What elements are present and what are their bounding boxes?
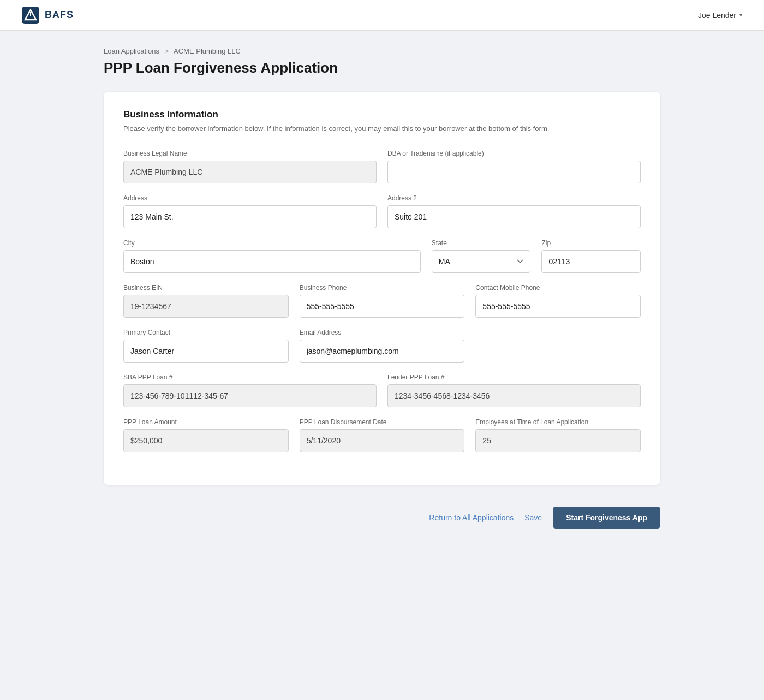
logo-text: BAFS (45, 9, 74, 21)
input-zip[interactable] (541, 250, 641, 273)
form-row-1: Business Legal Name DBA or Tradename (if… (123, 150, 641, 183)
input-email[interactable] (300, 340, 465, 363)
input-city[interactable] (123, 250, 421, 273)
field-address: Address (123, 194, 377, 228)
label-business-legal-name: Business Legal Name (123, 150, 377, 157)
input-contact-mobile[interactable] (475, 295, 641, 318)
field-sba-ppp-loan: SBA PPP Loan # (123, 373, 377, 407)
field-lender-ppp-loan: Lender PPP Loan # (387, 373, 641, 407)
field-zip: Zip (541, 239, 641, 273)
select-state[interactable]: MA (432, 250, 531, 273)
section-title: Business Information (123, 109, 641, 120)
field-email: Email Address (300, 329, 465, 363)
label-sba-ppp-loan: SBA PPP Loan # (123, 373, 377, 381)
label-email: Email Address (300, 329, 465, 336)
label-ein: Business EIN (123, 284, 289, 292)
footer-actions: Return to All Applications Save Start Fo… (104, 501, 660, 539)
input-business-legal-name[interactable] (123, 161, 377, 183)
label-disbursement-date: PPP Loan Disbursement Date (300, 418, 465, 426)
user-name: Joe Lender (698, 11, 736, 20)
form-row-3: City State MA Zip (123, 239, 641, 273)
field-disbursement-date: PPP Loan Disbursement Date (300, 418, 465, 452)
form-row-4: Business EIN Business Phone Contact Mobi… (123, 284, 641, 318)
form-row-5: Primary Contact Email Address (123, 329, 641, 363)
breadcrumb: Loan Applications > ACME Plumbing LLC (104, 47, 660, 55)
header: BAFS Joe Lender ▾ (0, 0, 764, 31)
input-lender-ppp-loan[interactable] (387, 384, 641, 407)
save-button[interactable]: Save (524, 513, 542, 522)
field-primary-contact: Primary Contact (123, 329, 289, 363)
breadcrumb-link-applications[interactable]: Loan Applications (104, 47, 159, 55)
label-city: City (123, 239, 421, 247)
field-business-legal-name: Business Legal Name (123, 150, 377, 183)
field-address2: Address 2 (387, 194, 641, 228)
user-menu[interactable]: Joe Lender ▾ (698, 11, 742, 20)
label-employees: Employees at Time of Loan Application (475, 418, 641, 426)
section-description: Please verify the borrower information b… (123, 123, 641, 134)
input-business-phone[interactable] (300, 295, 465, 318)
input-address[interactable] (123, 205, 377, 228)
breadcrumb-separator: > (165, 47, 169, 55)
input-disbursement-date[interactable] (300, 429, 465, 452)
start-forgiveness-button[interactable]: Start Forgiveness App (553, 507, 660, 529)
field-contact-mobile: Contact Mobile Phone (475, 284, 641, 318)
field-ein: Business EIN (123, 284, 289, 318)
input-ppp-loan-amount[interactable] (123, 429, 289, 452)
field-ppp-loan-amount: PPP Loan Amount (123, 418, 289, 452)
form-row-2: Address Address 2 (123, 194, 641, 228)
label-address: Address (123, 194, 377, 202)
form-row-6: SBA PPP Loan # Lender PPP Loan # (123, 373, 641, 407)
field-business-phone: Business Phone (300, 284, 465, 318)
input-employees[interactable] (475, 429, 641, 452)
field-employees: Employees at Time of Loan Application (475, 418, 641, 452)
label-ppp-loan-amount: PPP Loan Amount (123, 418, 289, 426)
form-row-7: PPP Loan Amount PPP Loan Disbursement Da… (123, 418, 641, 452)
label-lender-ppp-loan: Lender PPP Loan # (387, 373, 641, 381)
label-zip: Zip (541, 239, 641, 247)
business-info-card: Business Information Please verify the b… (104, 92, 660, 485)
logo-icon (22, 7, 39, 24)
input-dba[interactable] (387, 161, 641, 183)
input-address2[interactable] (387, 205, 641, 228)
label-primary-contact: Primary Contact (123, 329, 289, 336)
chevron-down-icon: ▾ (739, 12, 742, 18)
label-address2: Address 2 (387, 194, 641, 202)
field-state: State MA (432, 239, 531, 273)
label-contact-mobile: Contact Mobile Phone (475, 284, 641, 292)
page-title: PPP Loan Forgiveness Application (104, 60, 660, 76)
logo-area: BAFS (22, 7, 74, 24)
label-state: State (432, 239, 531, 247)
breadcrumb-current: ACME Plumbing LLC (174, 47, 241, 55)
main-content: Loan Applications > ACME Plumbing LLC PP… (82, 31, 682, 572)
field-dba: DBA or Tradename (if applicable) (387, 150, 641, 183)
label-dba: DBA or Tradename (if applicable) (387, 150, 641, 157)
return-button[interactable]: Return to All Applications (429, 513, 514, 522)
input-sba-ppp-loan[interactable] (123, 384, 377, 407)
input-primary-contact[interactable] (123, 340, 289, 363)
input-ein[interactable] (123, 295, 289, 318)
field-city: City (123, 239, 421, 273)
label-business-phone: Business Phone (300, 284, 465, 292)
